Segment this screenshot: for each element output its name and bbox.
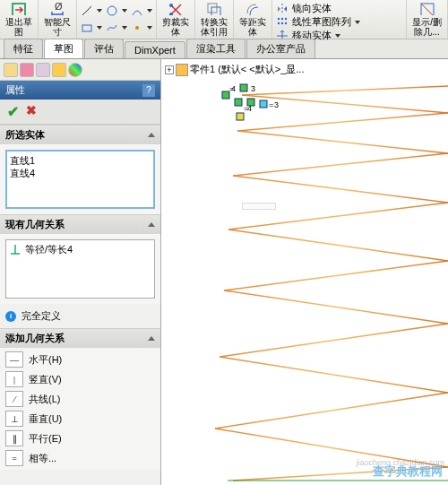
help-icon[interactable]: ? xyxy=(142,84,155,97)
relation-horizontal[interactable]: —水平(H) xyxy=(0,350,160,369)
dropdown-icon[interactable] xyxy=(122,9,127,13)
watermark-text: 查字典教程网 xyxy=(373,463,443,480)
display-delete-label: 显示/删 除几... xyxy=(412,17,442,37)
dropdown-icon[interactable] xyxy=(335,34,340,38)
svg-point-13 xyxy=(278,22,280,23)
property-manager-icon[interactable] xyxy=(20,63,34,77)
dropdown-icon[interactable] xyxy=(147,9,152,13)
tab-evaluate[interactable]: 评估 xyxy=(84,39,124,58)
sketch-graphics: =4 3 =4 =3 xyxy=(161,59,448,485)
smart-dim-button[interactable]: Ø 智能尺 寸 xyxy=(39,0,77,39)
tab-render[interactable]: 渲染工具 xyxy=(186,39,246,58)
dimxpert-manager-icon[interactable] xyxy=(52,63,66,77)
offset-label: 等距实 体 xyxy=(239,17,266,37)
exit-sketch-icon xyxy=(11,2,27,15)
svg-rect-39 xyxy=(237,113,244,120)
command-tabstrip: 特征 草图 评估 DimXpert 渲染工具 办公室产品 xyxy=(0,39,448,59)
tab-sketch[interactable]: 草图 xyxy=(44,39,83,58)
chevron-up-icon xyxy=(148,133,155,137)
convert-icon xyxy=(206,2,222,15)
smart-dim-label: 智能尺 寸 xyxy=(44,17,71,37)
pattern-icon[interactable] xyxy=(276,16,289,29)
svg-line-27 xyxy=(224,290,448,324)
svg-point-14 xyxy=(281,22,283,23)
svg-rect-35 xyxy=(235,99,242,106)
display-delete-button[interactable]: 显示/删 除几... xyxy=(407,0,448,39)
svg-text:4: 4 xyxy=(231,84,236,93)
mirror-label[interactable]: 镜向实体 xyxy=(292,2,332,15)
trim-label: 剪裁实 体 xyxy=(162,17,189,37)
pattern-label[interactable]: 线性草图阵列 xyxy=(292,15,351,29)
relation-vertical[interactable]: |竖直(V) xyxy=(0,369,160,389)
property-manager: 属性 ? ✔ ✖ 所选实体 直线1 直线4 现有几何关系 等径/等长4 xyxy=(0,59,161,485)
collinear-icon: ⁄ xyxy=(5,391,23,407)
rect-icon[interactable] xyxy=(81,22,93,34)
ok-cancel-bar: ✔ ✖ xyxy=(0,100,160,125)
feature-manager-icon[interactable] xyxy=(4,63,18,77)
mirror-icon[interactable] xyxy=(276,3,289,15)
parallel-icon: ∥ xyxy=(5,430,23,446)
relation-parallel[interactable]: ∥平行(E) xyxy=(0,429,160,448)
exit-sketch-label: 退出草 图 xyxy=(5,17,32,37)
svg-point-6 xyxy=(169,4,173,7)
add-relations-header[interactable]: 添加几何关系 xyxy=(0,329,160,348)
chevron-up-icon xyxy=(148,222,155,227)
svg-line-28 xyxy=(220,324,448,357)
svg-line-2 xyxy=(82,6,91,15)
svg-text:=: = xyxy=(269,100,273,109)
exit-sketch-button[interactable]: 退出草 图 xyxy=(0,0,39,39)
tab-features[interactable]: 特征 xyxy=(4,39,43,58)
tab-office[interactable]: 办公室产品 xyxy=(246,39,315,58)
offset-button[interactable]: 等距实 体 xyxy=(234,0,272,39)
dropdown-icon[interactable] xyxy=(147,26,152,30)
smart-dim-icon: Ø xyxy=(49,2,65,15)
arc-icon[interactable] xyxy=(131,4,143,17)
status-text: 完全定义 xyxy=(22,309,61,323)
chevron-up-icon xyxy=(148,336,155,341)
perpendicular-icon: ⊥ xyxy=(5,411,23,427)
equal-icon: = xyxy=(5,450,23,466)
relation-perpendicular[interactable]: ⊥垂直(U) xyxy=(0,409,160,429)
svg-point-15 xyxy=(285,22,287,23)
convert-button[interactable]: 转换实 体引用 xyxy=(195,0,234,39)
list-item[interactable]: 直线1 xyxy=(10,154,151,167)
list-item[interactable]: 直线4 xyxy=(10,167,151,179)
existing-relations-header[interactable]: 现有几何关系 xyxy=(0,215,160,234)
svg-rect-4 xyxy=(82,25,91,31)
svg-rect-37 xyxy=(260,100,267,108)
dropdown-icon[interactable] xyxy=(97,9,102,13)
dropdown-icon[interactable] xyxy=(97,26,102,30)
selected-entities-header[interactable]: 所选实体 xyxy=(0,126,160,144)
dropdown-icon[interactable] xyxy=(355,21,360,24)
line-icon[interactable] xyxy=(81,4,93,17)
trim-button[interactable]: 剪裁实 体 xyxy=(157,0,195,39)
svg-line-18 xyxy=(242,86,448,95)
relation-equal[interactable]: =相等... xyxy=(0,448,160,468)
convert-label: 转换实 体引用 xyxy=(201,17,228,37)
tab-dimxpert[interactable]: DimXpert xyxy=(125,41,185,58)
config-manager-icon[interactable] xyxy=(36,63,50,77)
ok-button[interactable]: ✔ xyxy=(7,103,19,120)
cancel-button[interactable]: ✖ xyxy=(26,103,37,120)
svg-rect-38 xyxy=(222,91,229,99)
selected-entities-list[interactable]: 直线1 直线4 xyxy=(5,150,155,209)
svg-line-17 xyxy=(421,4,434,15)
circle-icon[interactable] xyxy=(106,4,118,17)
relation-collinear[interactable]: ⁄共线(L) xyxy=(0,389,160,409)
point-icon[interactable] xyxy=(131,22,143,34)
render-manager-icon[interactable] xyxy=(68,63,82,77)
svg-point-3 xyxy=(108,6,116,15)
trim-icon xyxy=(168,2,184,15)
list-item[interactable]: 等径/等长4 xyxy=(25,243,73,295)
existing-relations-list[interactable]: 等径/等长4 xyxy=(5,239,155,299)
transform-group: 镜向实体 线性草图阵列 移动实体 xyxy=(272,0,407,39)
svg-rect-9 xyxy=(211,7,220,15)
panel-header: 属性 ? xyxy=(0,81,160,100)
dropdown-icon[interactable] xyxy=(122,26,127,30)
graphics-area[interactable]: + 零件1 (默认< <默认>_显... xyxy=(161,59,448,485)
svg-point-5 xyxy=(135,26,139,30)
svg-point-10 xyxy=(278,17,280,19)
svg-line-21 xyxy=(237,131,448,153)
svg-line-26 xyxy=(224,261,448,290)
spline-icon[interactable] xyxy=(106,22,118,34)
